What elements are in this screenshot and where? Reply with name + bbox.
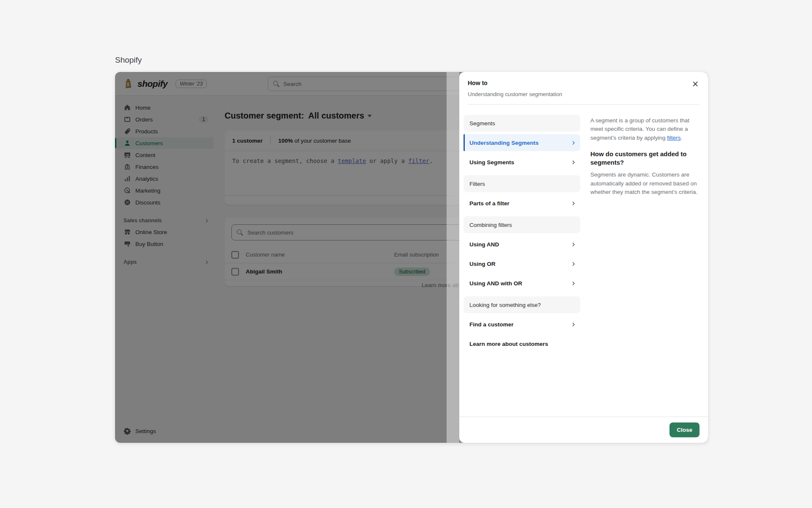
how-to-modal: How to Understanding customer segmentati… <box>459 72 708 443</box>
help-paragraph-1: A segment is a group of customers that m… <box>590 116 698 142</box>
help-nav: Segments Understanding Segments Using Se… <box>464 115 580 417</box>
help-nav-header-segments: Segments <box>464 115 580 132</box>
help-nav-label: Parts of a filter <box>469 200 510 207</box>
help-nav-label: Using AND with OR <box>469 280 522 287</box>
page-title: Shopify <box>115 55 142 65</box>
chevron-right-icon <box>571 160 575 164</box>
help-nav-header-combining-filters: Combining filters <box>464 216 580 233</box>
help-nav-item-learn-more-about-customers[interactable]: Learn more about customers <box>464 335 580 352</box>
filters-link[interactable]: filters <box>667 135 680 141</box>
help-nav-label: Using AND <box>469 241 499 248</box>
help-nav-item-using-and-with-or[interactable]: Using AND with OR <box>464 275 580 292</box>
help-nav-label: Filters <box>469 181 485 187</box>
help-nav-label: Segments <box>469 120 495 127</box>
chevron-right-icon <box>571 141 575 145</box>
help-nav-item-using-and[interactable]: Using AND <box>464 236 580 253</box>
chevron-right-icon <box>571 322 575 326</box>
help-nav-item-understanding-segments[interactable]: Understanding Segments <box>464 134 580 151</box>
help-section-heading: How do customers get added to segments? <box>590 150 698 167</box>
help-nav-label: Using Segments <box>469 159 514 166</box>
help-nav-item-parts-of-a-filter[interactable]: Parts of a filter <box>464 195 580 212</box>
help-nav-item-using-segments[interactable]: Using Segments <box>464 154 580 171</box>
divider <box>468 104 700 105</box>
help-paragraph-2: Segments are dynamic. Customers are auto… <box>590 171 698 196</box>
desktop: { "page": { "title": "Shopify" }, "topba… <box>0 0 812 508</box>
help-nav-item-find-a-customer[interactable]: Find a customer <box>464 316 580 333</box>
chevron-right-icon <box>571 281 575 285</box>
close-icon[interactable]: × <box>689 77 702 91</box>
shopify-admin-window: S shopify Winter ’23 Home Orders 1 <box>115 72 708 443</box>
modal-header: How to Understanding customer segmentati… <box>459 72 708 105</box>
modal-footer: Close <box>459 417 708 443</box>
help-content: A segment is a group of customers that m… <box>590 115 698 417</box>
help-nav-header-looking-for-something-else: Looking for something else? <box>464 296 580 313</box>
modal-subtitle: Understanding customer segmentation <box>468 91 700 97</box>
help-nav-label: Find a customer <box>469 321 513 328</box>
modal-title: How to <box>468 80 700 86</box>
chevron-right-icon <box>571 242 575 246</box>
help-nav-label: Learn more about customers <box>469 341 548 347</box>
help-nav-label: Looking for something else? <box>469 302 541 308</box>
help-nav-header-filters: Filters <box>464 175 580 192</box>
help-nav-label: Using OR <box>469 261 496 267</box>
help-text: . <box>681 135 683 141</box>
chevron-right-icon <box>571 262 575 266</box>
chevron-right-icon <box>571 201 575 205</box>
help-nav-item-using-or[interactable]: Using OR <box>464 255 580 272</box>
close-button[interactable]: Close <box>669 422 700 437</box>
help-nav-label: Understanding Segments <box>469 140 539 146</box>
help-nav-label: Combining filters <box>469 222 512 228</box>
modal-body: Segments Understanding Segments Using Se… <box>459 108 708 417</box>
